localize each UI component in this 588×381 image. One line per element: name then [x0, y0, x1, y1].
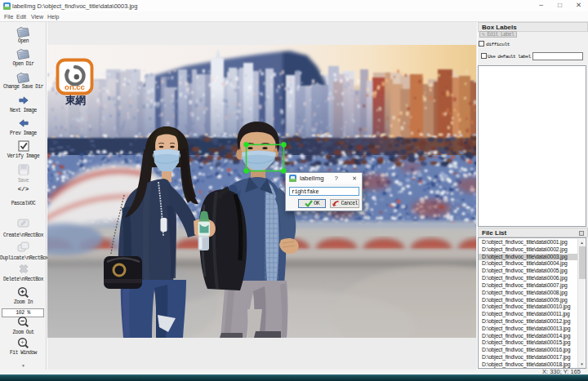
svg-text:on.cc: on.cc [65, 82, 85, 91]
svg-text:東網: 東網 [65, 95, 87, 106]
